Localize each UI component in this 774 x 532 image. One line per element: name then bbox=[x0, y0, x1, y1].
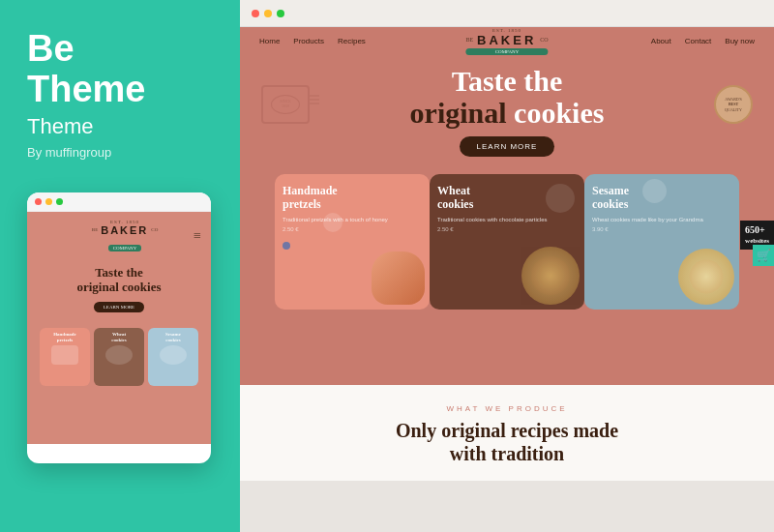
dot-decoration bbox=[642, 179, 667, 203]
dot-decoration bbox=[323, 213, 342, 232]
mobile-logo-badge: COMPANY bbox=[108, 245, 142, 251]
dot-blue bbox=[283, 242, 290, 250]
cart-icon: 🛒 bbox=[757, 249, 771, 263]
mobile-product-label: Sesamecookies bbox=[152, 332, 194, 343]
product-price: 2.50 € bbox=[437, 226, 577, 232]
mobile-content: EST. 1850 BE BAKER CO COMPANY ≡ Taste th… bbox=[27, 212, 211, 444]
nav-home[interactable]: Home bbox=[259, 37, 280, 45]
hero-section: Home Products Recipes EST. 1850 BE BAKER… bbox=[240, 27, 774, 385]
product-image bbox=[521, 247, 580, 305]
product-desc: Traditional pretzels with a touch of hon… bbox=[283, 216, 422, 223]
browser-dot-green bbox=[277, 10, 284, 17]
mobile-logo-co: CO bbox=[151, 227, 158, 232]
mobile-hero-heading: Taste the original cookies bbox=[39, 265, 199, 295]
product-image bbox=[678, 249, 734, 305]
product-card-sesame: Sesamecookies Wheat cookies made like by… bbox=[584, 174, 739, 310]
nav-about[interactable]: About bbox=[651, 37, 671, 45]
floating-cart-button[interactable]: 🛒 bbox=[753, 245, 774, 266]
mobile-dot-green bbox=[56, 198, 63, 205]
what-label: WHAT WE PRODUCE bbox=[269, 404, 745, 413]
site-logo: EST. 1850 BE BAKER CO COMPANY bbox=[465, 28, 548, 55]
product-card-pretzels: Handmadepretzels Traditional pretzels wi… bbox=[275, 174, 430, 310]
nav-buy-now[interactable]: Buy now bbox=[725, 37, 755, 45]
badge-count: 650+ bbox=[745, 224, 765, 235]
site-logo-co: CO bbox=[540, 37, 548, 43]
right-panel: Home Products Recipes EST. 1850 BE BAKER… bbox=[240, 0, 774, 532]
mobile-logo: EST. 1850 BE BAKER CO COMPANY bbox=[56, 220, 194, 253]
browser-chrome bbox=[240, 0, 774, 27]
mobile-product-card-pretzels: Handmadepretzels bbox=[40, 328, 90, 386]
nav-recipes[interactable]: Recipes bbox=[338, 37, 366, 45]
mobile-header: EST. 1850 BE BAKER CO COMPANY ≡ bbox=[27, 212, 211, 257]
brand-title: Be Theme bbox=[27, 29, 213, 110]
mobile-hamburger-icon[interactable]: ≡ bbox=[194, 228, 201, 244]
product-image bbox=[372, 251, 425, 305]
mobile-dot-red bbox=[35, 198, 42, 205]
hero-learn-more-button[interactable]: LEARN MORE bbox=[460, 136, 555, 157]
product-price: 3.90 € bbox=[592, 226, 731, 232]
badge-label: websites bbox=[745, 237, 769, 245]
site-nav: Home Products Recipes EST. 1850 BE BAKER… bbox=[240, 27, 774, 55]
product-price: 2.50 € bbox=[283, 226, 422, 232]
hero-text: Taste the original cookies LEARN MORE bbox=[240, 55, 774, 164]
site-logo-badge: COMPANY bbox=[465, 48, 548, 55]
mobile-product-card-wheat: Wheatcookies bbox=[94, 328, 144, 386]
mobile-products: Handmadepretzels Wheatcookies Sesamecook… bbox=[27, 328, 211, 386]
product-card-wheat: Wheatcookies Traditional cookies with ch… bbox=[430, 174, 584, 310]
mobile-product-card-sesame: Sesamecookies bbox=[148, 328, 198, 386]
mobile-product-label: Handmadepretzels bbox=[44, 332, 86, 343]
browser-dot-yellow bbox=[264, 10, 272, 17]
mobile-logo-name: BAKER bbox=[101, 224, 148, 236]
website-mockup: Home Products Recipes EST. 1850 BE BAKER… bbox=[240, 27, 774, 532]
what-we-produce-section: WHAT WE PRODUCE Only original recipes ma… bbox=[240, 385, 774, 481]
dot-decoration bbox=[546, 184, 575, 213]
mobile-logo-be: BE bbox=[92, 227, 98, 232]
product-desc: Wheat cookies made like by your Grandma bbox=[592, 216, 731, 223]
site-logo-name: BAKER bbox=[477, 33, 536, 47]
mobile-learn-more-button[interactable]: LEARN MORE bbox=[94, 302, 144, 312]
brand-author: By muffingroup bbox=[27, 145, 213, 160]
product-desc: Traditional cookies with chocolate parti… bbox=[437, 216, 577, 223]
mobile-product-label: Wheatcookies bbox=[98, 332, 140, 343]
what-heading: Only original recipes made with traditio… bbox=[269, 419, 745, 465]
hero-heading: Taste the original cookies bbox=[240, 65, 774, 129]
nav-contact[interactable]: Contact bbox=[685, 37, 712, 45]
mobile-browser-bar bbox=[27, 192, 211, 212]
nav-products[interactable]: Products bbox=[293, 37, 324, 45]
left-panel: Be Theme Theme By muffingroup EST. 1850 … bbox=[0, 0, 240, 532]
products-row: Handmadepretzels Traditional pretzels wi… bbox=[240, 164, 774, 310]
browser-dot-red bbox=[252, 10, 259, 17]
product-name: Handmadepretzels bbox=[283, 184, 422, 212]
brand-subtitle: Theme bbox=[27, 114, 213, 139]
mobile-hero-text: Taste the original cookies LEARN MORE bbox=[27, 257, 211, 320]
mobile-dot-yellow bbox=[45, 198, 52, 205]
site-logo-be: BE bbox=[465, 37, 473, 43]
mobile-mockup: EST. 1850 BE BAKER CO COMPANY ≡ Taste th… bbox=[27, 192, 211, 463]
